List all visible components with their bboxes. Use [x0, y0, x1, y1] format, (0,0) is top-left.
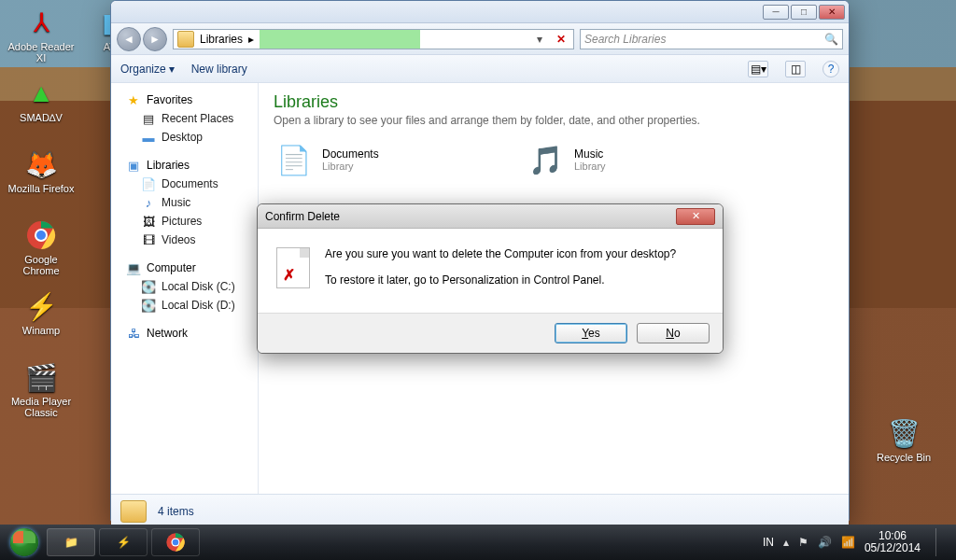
action-center-icon[interactable]: ⚑ — [798, 536, 808, 549]
sidebar-item-drive-c[interactable]: 💽Local Disk (C:) — [111, 277, 258, 296]
system-tray: IN ▴ ⚑ 🔊 📶 10:06 05/12/2014 — [763, 528, 950, 556]
new-library-button[interactable]: New library — [191, 63, 247, 76]
svg-point-5 — [173, 539, 178, 545]
desktop-icon-chrome[interactable]: Google Chrome — [6, 217, 77, 282]
nav-sidebar: ★Favorites ▤Recent Places ▬Desktop ▣Libr… — [111, 83, 259, 494]
smadav-icon: ▲ — [22, 75, 60, 112]
recycle-bin-icon: 🗑️ — [885, 414, 922, 452]
volume-icon[interactable]: 🔊 — [818, 536, 832, 549]
stop-refresh-button[interactable]: ✕ — [553, 31, 569, 48]
star-icon: ★ — [126, 92, 141, 107]
desktop-icon-firefox[interactable]: 🦊Mozilla Firefox — [6, 146, 77, 211]
start-button[interactable] — [6, 526, 43, 558]
chrome-icon — [22, 217, 60, 254]
desktop-icons-column: ⅄Adobe Reader XI ◧AVG ▲SMAD∆V 🦊Mozilla F… — [6, 4, 80, 429]
status-bar: 4 items — [111, 494, 849, 527]
view-options-button[interactable]: ▤▾ — [748, 61, 768, 77]
nav-row: ◄ ► Libraries ▸ ▾ ✕ Search Libraries 🔍 — [111, 23, 849, 55]
close-button[interactable]: ✕ — [819, 5, 845, 20]
preview-pane-button[interactable]: ◫ — [785, 61, 806, 77]
forward-button[interactable]: ► — [143, 27, 167, 51]
address-loading-progress — [260, 30, 527, 49]
breadcrumb-root[interactable]: Libraries — [200, 33, 243, 46]
dialog-text: Are you sure you want to delete the Comp… — [325, 247, 676, 300]
dialog-titlebar[interactable]: Confirm Delete ✕ — [258, 204, 723, 229]
sidebar-item-recent-places[interactable]: ▤Recent Places — [111, 109, 258, 128]
recent-icon: ▤ — [141, 111, 156, 126]
dialog-close-button[interactable]: ✕ — [676, 208, 715, 225]
show-desktop-button[interactable] — [935, 528, 943, 556]
taskbar: 📁 ⚡ IN ▴ ⚑ 🔊 📶 10:06 05/12/2014 — [0, 525, 956, 560]
toolbar: Organize ▾ New library ▤▾ ◫ ? — [111, 55, 849, 83]
folder-icon — [120, 500, 147, 523]
music-icon: ♪ — [141, 195, 156, 210]
computer-icon: 💻 — [126, 260, 141, 275]
search-placeholder: Search Libraries — [584, 33, 666, 46]
chevron-down-icon: ▾ — [169, 63, 175, 76]
chrome-icon — [165, 532, 186, 553]
sidebar-item-drive-d[interactable]: 💽Local Disk (D:) — [111, 296, 258, 315]
organize-menu[interactable]: Organize ▾ — [120, 63, 175, 76]
firefox-icon: 🦊 — [22, 146, 60, 183]
desktop-icon-winamp[interactable]: ⚡Winamp — [6, 287, 77, 353]
windows-orb-icon — [10, 528, 38, 556]
sidebar-item-videos[interactable]: 🎞Videos — [111, 231, 258, 249]
winamp-icon: ⚡ — [22, 287, 60, 325]
taskbar-chrome[interactable] — [151, 528, 200, 556]
sidebar-computer[interactable]: 💻Computer — [111, 259, 258, 277]
documents-icon: 📄 — [141, 176, 156, 191]
sidebar-item-desktop[interactable]: ▬Desktop — [111, 128, 258, 147]
network-icon[interactable]: 📶 — [841, 536, 855, 549]
music-library-icon: 🎵 — [526, 140, 565, 179]
mpc-icon: 🎬 — [22, 358, 60, 396]
window-titlebar[interactable]: ─ □ ✕ — [111, 1, 849, 23]
show-hidden-icons[interactable]: ▴ — [783, 536, 789, 549]
taskbar-explorer[interactable]: 📁 — [47, 528, 95, 556]
network-icon: 🖧 — [126, 326, 141, 341]
help-button[interactable]: ? — [822, 61, 839, 77]
sidebar-libraries[interactable]: ▣Libraries — [111, 156, 258, 175]
yes-button[interactable]: Yes — [555, 323, 627, 343]
svg-point-2 — [36, 231, 46, 240]
desktop-icon-recycle-bin[interactable]: 🗑️ Recycle Bin — [868, 414, 939, 480]
videos-icon: 🎞 — [141, 232, 156, 247]
sidebar-item-pictures[interactable]: 🖼Pictures — [111, 212, 258, 231]
content-subtitle: Open a library to see your files and arr… — [274, 114, 834, 127]
sidebar-item-music[interactable]: ♪Music — [111, 193, 258, 212]
maximize-button[interactable]: □ — [791, 5, 817, 20]
drive-icon: 💽 — [141, 279, 156, 294]
desktop-icon: ▬ — [141, 130, 156, 145]
library-documents[interactable]: 📄 DocumentsLibrary — [274, 140, 498, 179]
dialog-title: Confirm Delete — [265, 210, 340, 223]
winamp-icon: ⚡ — [117, 536, 131, 549]
sidebar-favorites[interactable]: ★Favorites — [111, 91, 258, 109]
folder-icon: 📁 — [64, 536, 78, 549]
chevron-right-icon: ▸ — [248, 33, 254, 46]
taskbar-winamp[interactable]: ⚡ — [99, 528, 148, 556]
folder-icon — [177, 31, 194, 48]
search-icon: 🔍 — [824, 33, 838, 46]
sidebar-network[interactable]: 🖧Network — [111, 324, 258, 343]
status-text: 4 items — [158, 505, 194, 518]
desktop-icon-smadav[interactable]: ▲SMAD∆V — [6, 75, 77, 140]
minimize-button[interactable]: ─ — [763, 5, 789, 20]
documents-library-icon: 📄 — [274, 140, 313, 179]
content-title: Libraries — [274, 92, 834, 112]
address-bar[interactable]: Libraries ▸ ▾ ✕ — [173, 29, 574, 49]
search-input[interactable]: Search Libraries 🔍 — [580, 29, 843, 49]
no-button[interactable]: No — [637, 323, 710, 343]
libraries-icon: ▣ — [126, 158, 141, 173]
desktop-icon-mpc[interactable]: 🎬Media Player Classic — [6, 358, 77, 424]
language-indicator[interactable]: IN — [763, 536, 774, 549]
adobe-reader-icon: ⅄ — [22, 4, 60, 41]
back-button[interactable]: ◄ — [117, 27, 141, 51]
pictures-icon: 🖼 — [141, 214, 156, 229]
desktop-icon-adobe-reader[interactable]: ⅄Adobe Reader XI — [6, 4, 77, 69]
delete-file-icon: ✗ — [276, 247, 310, 288]
address-history-dropdown[interactable]: ▾ — [532, 33, 547, 46]
clock[interactable]: 10:06 05/12/2014 — [865, 530, 921, 554]
library-music[interactable]: 🎵 MusicLibrary — [526, 140, 750, 179]
drive-icon: 💽 — [141, 298, 156, 313]
sidebar-item-documents[interactable]: 📄Documents — [111, 175, 258, 193]
confirm-delete-dialog: Confirm Delete ✕ ✗ Are you sure you want… — [257, 203, 724, 354]
